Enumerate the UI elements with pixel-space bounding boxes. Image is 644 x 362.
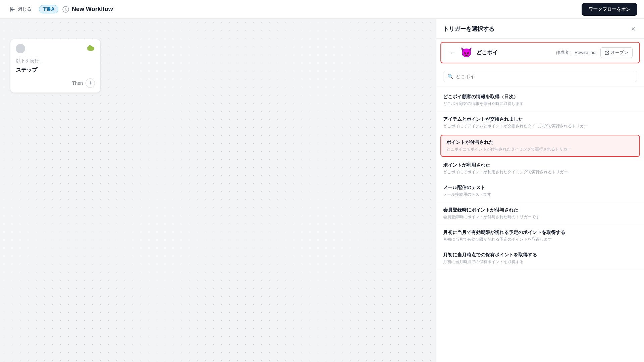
node-header: [16, 44, 95, 53]
search-wrap: 🔍: [436, 67, 644, 86]
add-step-button[interactable]: +: [86, 78, 95, 88]
page-title: New Workflow: [62, 6, 113, 13]
search-box: 🔍: [443, 71, 637, 82]
trigger-list: どこポイ顧客の情報を取得（日次） どこポイ顧客の情報を毎日０時に取得します アイ…: [436, 86, 644, 362]
trigger-title: 月初に当月で有効期限が切れる予定のポイントを取得する: [443, 230, 637, 236]
workflow-icon: [62, 6, 69, 13]
app-by-label: 作成者： Rewire Inc.: [556, 50, 596, 56]
workflow-canvas: 以下を実行... ステップ Then +: [0, 19, 436, 362]
trigger-desc: 月初に当月時点での保有ポイントを取得する: [443, 259, 637, 265]
node-circle: [16, 44, 25, 53]
back-button[interactable]: ←: [448, 49, 457, 57]
activate-button[interactable]: ワークフローをオン: [582, 3, 637, 16]
trigger-title: ポイントが付与された: [446, 139, 634, 145]
trigger-item[interactable]: アイテムとポイントが交換されました どこポイにてアイテムとポイントが交換されたタ…: [436, 112, 644, 134]
trigger-title: メール配信のテスト: [443, 185, 637, 191]
trigger-title: 月初に当月時点での保有ポイントを取得する: [443, 252, 637, 258]
trigger-item[interactable]: 月初に当月で有効期限が切れる予定のポイントを取得する 月初に当月で有効期限が切れ…: [436, 225, 644, 247]
trigger-item[interactable]: ポイントが付与された どこポイにてポイントが付与されたタイミングで実行されるトリ…: [440, 135, 640, 157]
then-label: Then: [72, 80, 83, 86]
trigger-title: ポイントが利用された: [443, 162, 637, 168]
panel-header: トリガーを選択する ×: [436, 19, 644, 39]
shopify-icon: [87, 45, 95, 53]
search-icon: 🔍: [447, 74, 453, 79]
trigger-item[interactable]: メール配信のテスト メール接続用のテストです: [436, 180, 644, 202]
close-label: 閉じる: [17, 6, 32, 12]
panel-title: トリガーを選択する: [443, 25, 494, 33]
trigger-title: 会員登録時にポイントが付与された: [443, 207, 637, 213]
close-button[interactable]: 閉じる: [7, 4, 35, 14]
node-step-label: ステップ: [16, 65, 95, 75]
trigger-item[interactable]: ポイントが利用された どこポイにてポイントが利用されたタイミングで実行されるトリ…: [436, 158, 644, 180]
trigger-desc: 会員登録時にポイントが付与された時のトリガーです: [443, 214, 637, 220]
workflow-node: 以下を実行... ステップ Then +: [10, 39, 101, 93]
app-emoji: 😈: [461, 48, 472, 57]
right-panel: トリガーを選択する × ← 😈 どこポイ 作成者： Rewire Inc. オー…: [436, 19, 644, 362]
exit-icon: [10, 7, 15, 12]
trigger-title: どこポイ顧客の情報を取得（日次）: [443, 94, 637, 100]
trigger-item[interactable]: どこポイ顧客の情報を取得（日次） どこポイ顧客の情報を毎日０時に取得します: [436, 89, 644, 112]
then-row: Then +: [16, 78, 95, 88]
trigger-desc: どこポイにてアイテムとポイントが交換されたタイミングで実行されるトリガー: [443, 123, 637, 129]
trigger-item[interactable]: 会員登録時にポイントが付与された 会員登録時にポイントが付与された時のトリガーで…: [436, 202, 644, 225]
node-placeholder-label: 以下を実行...: [16, 57, 95, 65]
search-input[interactable]: [456, 74, 633, 79]
trigger-desc: どこポイ顧客の情報を毎日０時に取得します: [443, 101, 637, 107]
app-header-row: ← 😈 どこポイ 作成者： Rewire Inc. オープン: [440, 42, 640, 63]
trigger-title: アイテムとポイントが交換されました: [443, 116, 637, 122]
draft-badge: 下書き: [39, 5, 58, 13]
open-app-button[interactable]: オープン: [600, 47, 633, 58]
trigger-desc: 月初に当月で有効期限が切れる予定のポイントを取得します: [443, 237, 637, 242]
trigger-item[interactable]: 月初に当月時点での保有ポイントを取得する 月初に当月時点での保有ポイントを取得す…: [436, 247, 644, 270]
trigger-desc: どこポイにてポイントが付与されたタイミングで実行されるトリガー: [446, 146, 634, 152]
external-link-icon: [605, 51, 609, 55]
main-content: 以下を実行... ステップ Then + トリガーを選択する × ← 😈 どこポ…: [0, 19, 644, 362]
trigger-desc: メール接続用のテストです: [443, 192, 637, 197]
app-name: どこポイ: [476, 49, 550, 56]
app-header: 閉じる 下書き New Workflow ワークフローをオン: [0, 0, 644, 19]
header-left: 閉じる 下書き New Workflow: [7, 4, 113, 14]
panel-close-button[interactable]: ×: [629, 25, 637, 33]
trigger-desc: どこポイにてポイントが利用されたタイミングで実行されるトリガー: [443, 169, 637, 175]
